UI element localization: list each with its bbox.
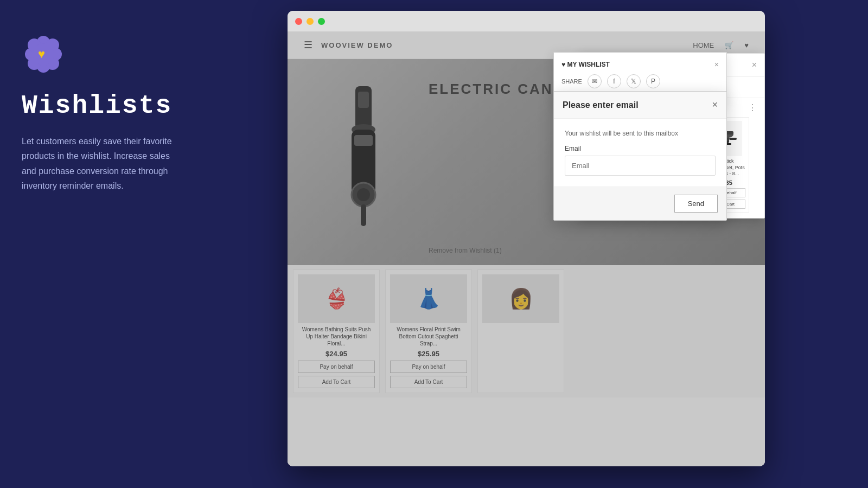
email-modal-header: Please enter email × xyxy=(554,92,726,119)
inner-share-label: SHARE xyxy=(561,78,582,85)
left-panel: ♥ Wishlists Let customers easily save th… xyxy=(0,0,201,488)
browser-content: ☰ WOOVIEW DEMO HOME 🛒 ♥ xyxy=(288,31,765,466)
browser-window: ☰ WOOVIEW DEMO HOME 🛒 ♥ xyxy=(288,11,765,466)
email-modal-body: Your wishlist will be sent to this mailb… xyxy=(554,119,726,187)
svg-rect-30 xyxy=(729,138,737,140)
expand-traffic-light[interactable] xyxy=(318,18,325,25)
inner-wishlist-title: ♥ MY WISHLIST xyxy=(561,61,610,68)
description: Let customers easily save their favorite… xyxy=(22,134,179,193)
email-modal: Please enter email × Your wishlist will … xyxy=(553,91,727,221)
close-traffic-light[interactable] xyxy=(295,18,302,25)
more-options-icon[interactable]: ⋮ xyxy=(748,102,757,113)
inner-share-row: SHARE ✉ f 𝕏 P xyxy=(561,74,719,88)
email-modal-footer: Send xyxy=(554,187,726,220)
inner-facebook-share-icon[interactable]: f xyxy=(607,74,621,88)
inner-pinterest-share-icon[interactable]: P xyxy=(646,74,660,88)
email-modal-subtitle: Your wishlist will be sent to this mailb… xyxy=(565,130,716,137)
email-field-label: Email xyxy=(565,145,716,152)
inner-email-share-icon[interactable]: ✉ xyxy=(588,74,602,88)
svg-text:♥: ♥ xyxy=(38,47,45,61)
inner-wishlist-header: ♥ MY WISHLIST × xyxy=(561,60,719,69)
email-modal-title: Please enter email xyxy=(563,100,639,110)
headline: Wishlists xyxy=(22,91,179,121)
email-input[interactable] xyxy=(565,156,716,176)
browser-area: ☰ WOOVIEW DEMO HOME 🛒 ♥ xyxy=(201,0,868,488)
logo-icon: ♥ xyxy=(22,33,179,78)
email-modal-close-button[interactable]: × xyxy=(712,99,718,111)
wishlist-close-button[interactable]: × xyxy=(752,60,757,70)
minimize-traffic-light[interactable] xyxy=(307,18,314,25)
browser-titlebar xyxy=(288,11,765,31)
inner-wishlist-close-button[interactable]: × xyxy=(714,60,719,69)
inner-twitter-share-icon[interactable]: 𝕏 xyxy=(627,74,641,88)
send-button[interactable]: Send xyxy=(674,195,718,213)
